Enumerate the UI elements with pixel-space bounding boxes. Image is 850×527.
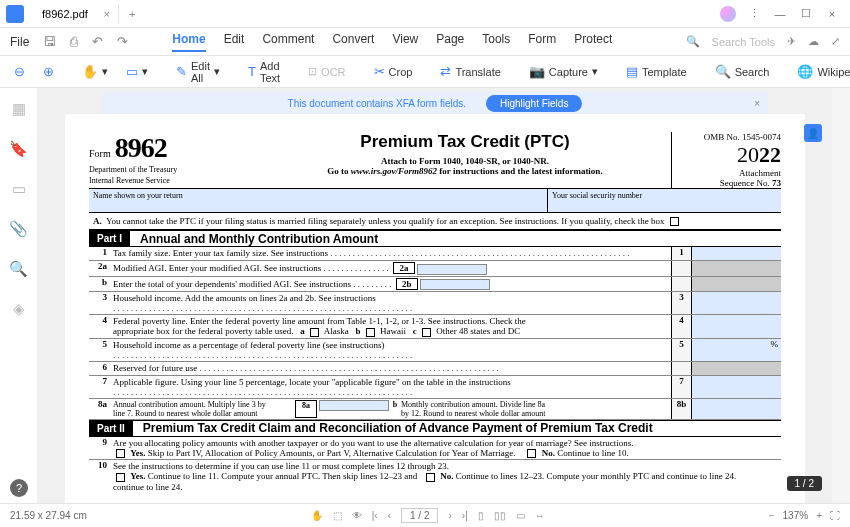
add-text-button[interactable]: TAdd Text xyxy=(244,57,284,87)
tab-comment[interactable]: Comment xyxy=(262,32,314,52)
float-badge[interactable]: 👤 xyxy=(804,124,822,142)
kebab-icon[interactable]: ⋮ xyxy=(742,2,766,26)
form-number: 8962 xyxy=(115,132,167,164)
minimize-button[interactable]: — xyxy=(768,2,792,26)
menubar: File 🖫 ⎙ ↶ ↷ Home Edit Comment Convert V… xyxy=(0,28,850,56)
form-label: Form xyxy=(89,148,111,159)
layers-icon[interactable]: ◈ xyxy=(13,300,25,318)
first-page-icon[interactable]: |‹ xyxy=(372,510,378,521)
zoom-in-status[interactable]: + xyxy=(816,510,822,521)
tab-home[interactable]: Home xyxy=(172,32,205,52)
dept-irs: Internal Revenue Service xyxy=(89,177,259,186)
attach-instruction: Attach to Form 1040, 1040-SR, or 1040-NR… xyxy=(259,156,671,166)
print-icon[interactable]: ⎙ xyxy=(70,34,78,49)
select-mode-icon[interactable]: ⬚ xyxy=(333,510,342,521)
add-tab-button[interactable]: + xyxy=(119,8,145,20)
xfa-notice: This document contains XFA form fields. … xyxy=(102,92,768,114)
cloud-icon[interactable]: ☁ xyxy=(808,35,819,48)
line5-field[interactable]: % xyxy=(691,339,781,361)
maximize-button[interactable]: ☐ xyxy=(794,2,818,26)
crop-button[interactable]: ✂Crop xyxy=(370,61,417,82)
search-tools-input[interactable]: Search Tools xyxy=(712,36,775,48)
read-mode-icon[interactable]: 👁 xyxy=(352,510,362,521)
close-tab-icon[interactable]: × xyxy=(103,8,109,20)
tab-edit[interactable]: Edit xyxy=(224,32,245,52)
edit-all-button[interactable]: ✎Edit All▾ xyxy=(172,57,224,87)
line7-field[interactable] xyxy=(691,376,781,398)
line3-field[interactable] xyxy=(691,292,781,314)
name-field[interactable]: Name shown on your return xyxy=(89,189,548,212)
tab-tools[interactable]: Tools xyxy=(482,32,510,52)
bookmark-icon[interactable]: 🔖 xyxy=(9,140,28,158)
dept-treasury: Department of the Treasury xyxy=(89,166,259,175)
send-icon[interactable]: ✈ xyxy=(787,35,796,48)
file-menu[interactable]: File xyxy=(10,35,29,49)
sidebar: ▦ 🔖 ▭ 📎 🔍 ◈ xyxy=(0,88,38,503)
close-button[interactable]: × xyxy=(820,2,844,26)
part2-title: Premium Tax Credit Claim and Reconciliat… xyxy=(133,421,653,435)
continuous-icon[interactable]: ▯▯ xyxy=(494,510,506,521)
thumbnails-icon[interactable]: ▦ xyxy=(12,100,26,118)
attachments-icon[interactable]: 📎 xyxy=(9,220,28,238)
zoom-level[interactable]: 137% xyxy=(783,510,809,521)
part1-label: Part I xyxy=(89,231,130,246)
tab-filename: f8962.pdf xyxy=(42,8,88,20)
fit-tool[interactable]: ▭▾ xyxy=(122,61,152,82)
document-tab[interactable]: f8962.pdf × xyxy=(32,4,119,24)
page-dimensions: 21.59 x 27.94 cm xyxy=(10,510,87,521)
last-page-icon[interactable]: ›| xyxy=(462,510,468,521)
fullscreen-icon[interactable]: ⛶ xyxy=(830,510,840,521)
next-page-icon[interactable]: › xyxy=(448,510,451,521)
page-count-badge: 1 / 2 xyxy=(787,476,822,491)
notice-text: This document contains XFA form fields. xyxy=(288,98,466,109)
help-button[interactable]: ? xyxy=(10,479,28,497)
capture-button[interactable]: 📷Capture▾ xyxy=(525,61,602,82)
line2a-field[interactable] xyxy=(417,264,487,275)
document-area[interactable]: This document contains XFA form fields. … xyxy=(38,88,832,503)
zoom-out-button[interactable]: ⊖ xyxy=(10,61,29,82)
zoom-in-button[interactable]: ⊕ xyxy=(39,61,58,82)
line2b-field[interactable] xyxy=(420,279,490,290)
highlight-fields-button[interactable]: Highlight Fields xyxy=(486,95,582,112)
search-panel-icon[interactable]: 🔍 xyxy=(9,260,28,278)
tab-form[interactable]: Form xyxy=(528,32,556,52)
tab-page[interactable]: Page xyxy=(436,32,464,52)
line-a-checkbox[interactable] xyxy=(670,217,679,226)
wikipedia-button[interactable]: 🌐Wikipedia xyxy=(793,61,850,82)
template-button[interactable]: ▤Template xyxy=(622,61,691,82)
pdf-page: Form 8962 Department of the Treasury Int… xyxy=(65,114,805,503)
part2-label: Part II xyxy=(89,421,133,436)
undo-icon[interactable]: ↶ xyxy=(92,34,103,49)
toolbar: ⊖ ⊕ ✋▾ ▭▾ ✎Edit All▾ TAdd Text ⊡OCR ✂Cro… xyxy=(0,56,850,88)
tab-protect[interactable]: Protect xyxy=(574,32,612,52)
ssn-field[interactable]: Your social security number xyxy=(548,189,781,212)
expand-icon[interactable]: ⤢ xyxy=(831,35,840,48)
redo-icon[interactable]: ↷ xyxy=(117,34,128,49)
line8a-field[interactable] xyxy=(319,400,389,411)
omb-number: OMB No. 1545-0074 xyxy=(678,132,781,142)
tab-convert[interactable]: Convert xyxy=(332,32,374,52)
translate-button[interactable]: ⇄Translate xyxy=(436,61,504,82)
fit-width-icon[interactable]: ↔ xyxy=(535,510,545,521)
prev-page-icon[interactable]: ‹ xyxy=(388,510,391,521)
zoom-out-status[interactable]: − xyxy=(769,510,775,521)
statusbar: 21.59 x 27.94 cm ✋ ⬚ 👁 |‹ ‹ 1 / 2 › ›| ▯… xyxy=(0,503,850,527)
line8b-field[interactable] xyxy=(691,399,781,419)
search-button[interactable]: 🔍Search xyxy=(711,61,774,82)
save-icon[interactable]: 🖫 xyxy=(43,34,56,49)
hand-tool[interactable]: ✋▾ xyxy=(78,61,112,82)
search-icon[interactable]: 🔍 xyxy=(686,35,700,48)
page-input[interactable]: 1 / 2 xyxy=(401,508,438,523)
line1-field[interactable] xyxy=(691,247,781,260)
app-icon xyxy=(6,5,24,23)
line4-field[interactable] xyxy=(691,315,781,337)
single-page-icon[interactable]: ▯ xyxy=(478,510,484,521)
part1-title: Annual and Monthly Contribution Amount xyxy=(130,232,378,246)
two-page-icon[interactable]: ▭ xyxy=(516,510,525,521)
annotations-icon[interactable]: ▭ xyxy=(12,180,26,198)
tab-view[interactable]: View xyxy=(392,32,418,52)
notice-close-icon[interactable]: × xyxy=(754,98,760,109)
ai-icon[interactable] xyxy=(716,2,740,26)
ocr-button[interactable]: ⊡OCR xyxy=(304,62,349,81)
hand-mode-icon[interactable]: ✋ xyxy=(311,510,323,521)
